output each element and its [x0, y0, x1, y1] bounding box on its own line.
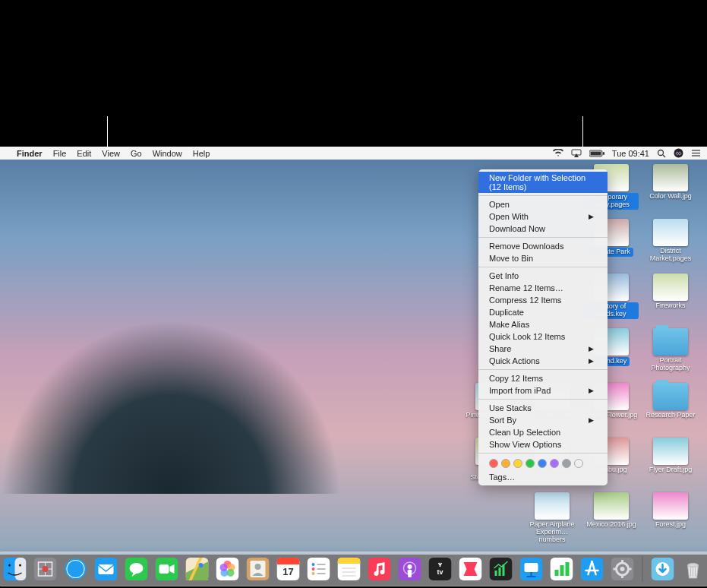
dock-stocks[interactable]	[487, 555, 514, 583]
dock-downloads[interactable]	[649, 555, 676, 583]
desktop-icon[interactable]: District Market.pages	[643, 219, 698, 263]
ctx-share[interactable]: Share▶	[478, 343, 608, 355]
desktop-icon[interactable]: Color Wall.jpg	[643, 164, 698, 201]
menu-window[interactable]: Window	[153, 149, 182, 158]
tag-color-dot[interactable]	[489, 459, 498, 468]
svg-point-78	[620, 567, 624, 571]
desktop-icon[interactable]: Research Paper	[643, 383, 698, 419]
svg-rect-74	[565, 562, 569, 576]
tag-color-dot[interactable]	[562, 459, 571, 468]
ctx-compress-12-items[interactable]: Compress 12 Items	[478, 294, 608, 306]
ctx-quick-actions[interactable]: Quick Actions▶	[478, 355, 608, 367]
tag-color-dot[interactable]	[526, 459, 535, 468]
ctx-separator	[478, 453, 608, 454]
ctx-move-to-bin[interactable]: Move to Bin	[478, 252, 608, 264]
dock-facetime[interactable]	[153, 555, 180, 583]
svg-rect-56	[368, 558, 390, 580]
ctx-quick-look-12-items[interactable]: Quick Look 12 Items	[478, 330, 608, 343]
ctx-new-folder-with-selection[interactable]: New Folder with Selection (12 Items)	[478, 172, 608, 193]
menubar: Finder File Edit View Go Window Help Tue…	[0, 147, 707, 160]
dock-photos[interactable]	[213, 555, 241, 583]
app-name[interactable]: Finder	[17, 149, 43, 158]
svg-rect-41	[276, 562, 299, 564]
desktop-icon[interactable]: Mexico 2016.jpg	[584, 492, 639, 529]
ctx-download-now[interactable]: Download Now	[478, 223, 608, 235]
file-thumbnail	[653, 219, 688, 246]
menu-file[interactable]: File	[53, 149, 67, 158]
ctx-show-view-options[interactable]: Show View Options	[478, 438, 608, 450]
dock-appstore[interactable]	[578, 555, 605, 583]
desktop-icon[interactable]: Flyer Draft.jpg	[643, 438, 698, 474]
svg-point-18	[42, 566, 48, 572]
dock-keynote[interactable]	[517, 555, 544, 583]
dock-podcasts[interactable]	[396, 555, 423, 583]
menu-go[interactable]: Go	[131, 149, 142, 158]
ctx-clean-up-selection[interactable]: Clean Up Selection	[478, 426, 608, 438]
dock-news[interactable]	[456, 555, 484, 583]
tag-color-dot[interactable]	[550, 459, 559, 468]
menu-edit[interactable]: Edit	[77, 149, 91, 158]
battery-icon[interactable]	[589, 150, 604, 157]
ctx-separator	[478, 237, 608, 238]
ctx-item-label: Quick Look 12 Items	[489, 332, 565, 341]
ctx-make-alias[interactable]: Make Alias	[478, 318, 608, 330]
dock-contacts[interactable]	[244, 555, 271, 583]
dock-maps[interactable]	[183, 555, 210, 583]
dock-systemprefs[interactable]	[608, 555, 636, 583]
ctx-use-stacks[interactable]: Use Stacks	[478, 402, 608, 414]
menu-view[interactable]: View	[102, 149, 120, 158]
menu-help[interactable]: Help	[193, 149, 210, 158]
ctx-import-from-ipad[interactable]: Import from iPad▶	[478, 384, 608, 397]
wifi-icon[interactable]	[553, 149, 563, 157]
dock-notes[interactable]	[335, 555, 362, 583]
tag-color-dot[interactable]	[501, 459, 510, 468]
ctx-duplicate[interactable]: Duplicate	[478, 306, 608, 318]
desktop-icon[interactable]: Forest.jpg	[643, 492, 698, 529]
ctx-separator	[478, 369, 608, 370]
svg-point-12	[8, 564, 11, 567]
ctx-tags-more[interactable]: Tags…	[478, 471, 608, 483]
ctx-item-label: Show View Options	[489, 440, 561, 449]
dock-finder[interactable]	[1, 555, 28, 583]
dock-trash[interactable]	[679, 555, 706, 583]
ctx-open-with[interactable]: Open With▶	[478, 210, 608, 223]
dock-tv[interactable]: tv	[426, 555, 453, 583]
dock-safari[interactable]	[62, 555, 89, 583]
ctx-rename-12-items[interactable]: Rename 12 Items…	[478, 282, 608, 294]
dock-calendar[interactable]: 17	[274, 555, 301, 583]
dock-launchpad[interactable]	[31, 555, 58, 583]
clock[interactable]: Tue 09:41	[612, 149, 649, 158]
ctx-item-label: Make Alias	[489, 320, 529, 329]
svg-rect-3	[603, 152, 604, 155]
desktop[interactable]: …mporary welry.pagesColor Wall.jpg…Gate …	[0, 160, 707, 555]
ctx-item-label: Quick Actions	[489, 356, 540, 365]
desktop-icon-label: Portrait Photography	[643, 357, 698, 372]
tag-color-dot[interactable]	[538, 459, 547, 468]
notification-center-icon[interactable]	[691, 149, 701, 157]
dock-mail[interactable]	[92, 555, 119, 583]
dock-music[interactable]	[365, 555, 393, 583]
ctx-open[interactable]: Open	[478, 198, 608, 210]
airplay-icon[interactable]	[571, 149, 582, 157]
siri-icon[interactable]	[674, 148, 683, 158]
ctx-item-label: Compress 12 Items	[489, 296, 561, 305]
desktop-icon[interactable]: Fireworks	[643, 273, 698, 310]
ctx-get-info[interactable]: Get Info	[478, 270, 608, 282]
menubar-right: Tue 09:41	[553, 148, 701, 158]
spotlight-icon[interactable]	[657, 149, 666, 158]
desktop-icon-label: Mexico 2016.jpg	[586, 521, 636, 529]
dock-numbers[interactable]	[548, 555, 575, 583]
desktop-icon-label: Paper Airplane Experim…numbers	[525, 521, 579, 544]
ctx-sort-by[interactable]: Sort By▶	[478, 414, 608, 426]
desktop-icon[interactable]: Paper Airplane Experim…numbers	[525, 492, 579, 544]
ctx-item-label: Open With	[489, 212, 529, 221]
dock-reminders[interactable]	[305, 555, 332, 583]
dock-messages[interactable]	[122, 555, 150, 583]
svg-point-35	[219, 564, 227, 571]
tag-color-dot[interactable]	[513, 459, 522, 468]
ctx-remove-downloads[interactable]: Remove Downloads	[478, 240, 608, 252]
desktop-icon[interactable]: Portrait Photography	[643, 328, 698, 372]
file-thumbnail	[535, 492, 570, 520]
tag-color-dot[interactable]	[574, 459, 583, 468]
ctx-copy-12-items[interactable]: Copy 12 Items	[478, 372, 608, 384]
